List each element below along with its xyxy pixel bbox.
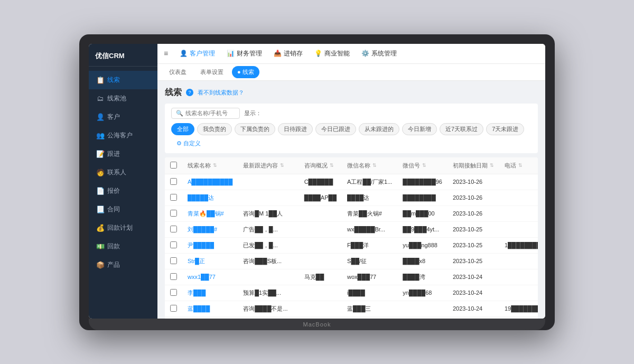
table-row: 李███ 预算█1实██... i████ yn████68 2023-10-2… xyxy=(165,285,538,301)
table-row: Str█正 咨询███S板... S██/征 ████x8 2023-10-25 xyxy=(165,253,538,269)
topnav-item-系统管理[interactable]: ⚙️系统管理 xyxy=(359,49,399,58)
sidebar-item-合同[interactable]: 📃合同 xyxy=(89,200,157,219)
sidebar-icon: 💵 xyxy=(96,242,104,250)
topnav-item-进销存[interactable]: 📥进销存 xyxy=(272,49,305,58)
filter-btn-我负责的[interactable]: 我负责的 xyxy=(197,123,232,135)
topnav-item-客户管理[interactable]: 👤客户管理 xyxy=(178,49,217,58)
cell-follow xyxy=(238,190,299,206)
row-checkbox[interactable] xyxy=(170,241,177,248)
sort-icon[interactable]: ⇅ xyxy=(213,163,217,168)
sidebar-icon: 📃 xyxy=(96,206,104,213)
sidebar-item-产品[interactable]: 📦产品 xyxy=(89,256,157,274)
row-checkbox[interactable] xyxy=(170,257,177,264)
table-row: 蓝████ 咨询████不是... 蓝███三 2023-10-24 19███… xyxy=(165,301,538,316)
cell-consult xyxy=(299,221,342,237)
cell-name[interactable]: 李███ xyxy=(182,285,238,301)
row-checkbox-cell[interactable] xyxy=(165,237,182,253)
topnav-item-商业智能[interactable]: 💡商业智能 xyxy=(312,49,352,58)
filter-btn-今日已跟进[interactable]: 今日已跟进 xyxy=(315,123,356,135)
menu-icon[interactable]: ≡ xyxy=(164,49,168,58)
sort-icon[interactable]: ⇅ xyxy=(280,163,284,168)
topnav-item-财务管理[interactable]: 📊财务管理 xyxy=(225,49,264,58)
cell-name[interactable]: A██████████ xyxy=(182,174,238,190)
row-checkbox-cell[interactable] xyxy=(165,206,182,221)
filter-btn-近7天联系过[interactable]: 近7天联系过 xyxy=(440,123,483,135)
cell-phone: 19█████████ xyxy=(499,301,538,316)
breadcrumb-tab-仪表盘[interactable]: 仪表盘 xyxy=(164,66,192,78)
row-checkbox-cell[interactable] xyxy=(165,269,182,285)
cell-follow: 咨询███S板... xyxy=(238,253,299,269)
breadcrumb-tab-线索[interactable]: ● 线索 xyxy=(232,66,259,78)
row-checkbox[interactable] xyxy=(170,226,177,232)
row-checkbox[interactable] xyxy=(170,194,177,201)
row-checkbox-cell[interactable] xyxy=(165,174,182,190)
filter-btn-下属负责的[interactable]: 下属负责的 xyxy=(235,123,275,135)
row-checkbox[interactable] xyxy=(170,273,177,280)
filter-btn-今日新增[interactable]: 今日新增 xyxy=(402,123,437,135)
sidebar-item-报价[interactable]: 📄报价 xyxy=(89,182,157,200)
cell-consult: 马克██ xyxy=(299,269,342,285)
cell-follow: 咨询████，需求... xyxy=(238,316,299,319)
row-checkbox-cell[interactable] xyxy=(165,253,182,269)
search-input[interactable] xyxy=(185,110,238,116)
cell-date: 2023-10-24 xyxy=(447,285,499,301)
sidebar-item-客户[interactable]: 👤客户 xyxy=(89,108,157,126)
sidebar-icon: 🗂 xyxy=(96,95,104,102)
filter-btn-7天未跟进[interactable]: 7天未跟进 xyxy=(486,123,524,135)
sidebar-item-线索[interactable]: 📋线索 xyxy=(89,71,157,89)
sidebar-icon: 📄 xyxy=(96,187,104,195)
search-box[interactable]: 🔍 xyxy=(171,108,240,119)
cell-wxname: 蓝███三 xyxy=(342,301,397,316)
sort-icon[interactable]: ⇅ xyxy=(490,163,494,168)
row-checkbox[interactable] xyxy=(170,210,177,217)
cell-follow: 已发██，█... xyxy=(238,237,299,253)
sidebar-item-联系人[interactable]: 🧑联系人 xyxy=(89,163,157,182)
col-header-微信名称: 微信名称⇅ xyxy=(342,157,397,174)
cell-wxname: S██/征 xyxy=(342,253,397,269)
sidebar-item-线索池[interactable]: 🗂线索池 xyxy=(89,89,157,108)
row-checkbox-cell[interactable] xyxy=(165,285,182,301)
sidebar-item-公海客户[interactable]: 👥公海客户 xyxy=(89,126,157,145)
sidebar-item-跟进[interactable]: 📝跟进 xyxy=(89,145,157,163)
filter-btn-全部[interactable]: 全部 xyxy=(171,123,194,135)
cell-name[interactable]: 青菜🔥██锅# xyxy=(182,206,238,221)
cell-follow: 广告██，█... xyxy=(238,221,299,237)
row-checkbox[interactable] xyxy=(170,305,177,312)
cell-consult xyxy=(299,206,342,221)
cell-name[interactable]: █████达 xyxy=(182,190,238,206)
cell-phone xyxy=(499,206,538,221)
select-all-header[interactable] xyxy=(165,157,182,174)
row-checkbox-cell[interactable] xyxy=(165,221,182,237)
cell-name[interactable]: Str█正 xyxy=(182,253,238,269)
cell-name[interactable]: 尹█████ xyxy=(182,237,238,253)
cell-date: 2023-10-24 xyxy=(447,316,499,319)
row-checkbox-cell[interactable] xyxy=(165,190,182,206)
filter-btn-日待跟进[interactable]: 日待跟进 xyxy=(278,123,313,135)
row-checkbox[interactable] xyxy=(170,289,177,296)
cell-follow: 预算█1实██... xyxy=(238,285,299,301)
page-hint[interactable]: 看不到线索数据？ xyxy=(198,89,244,97)
row-checkbox-cell[interactable] xyxy=(165,316,182,319)
sidebar-item-回款计划[interactable]: 💰回款计划 xyxy=(89,219,157,237)
col-header-咨询概况: 咨询概况⇅ xyxy=(299,157,342,174)
topnav-label: 客户管理 xyxy=(190,49,215,58)
sidebar-label: 合同 xyxy=(107,205,120,214)
cell-name[interactable]: wxx1██77 xyxy=(182,269,238,285)
sort-icon[interactable]: ⇅ xyxy=(330,163,334,168)
sidebar-item-回款[interactable]: 💵回款 xyxy=(89,237,157,256)
cell-name[interactable]: 刘█████# xyxy=(182,221,238,237)
row-checkbox-cell[interactable] xyxy=(165,301,182,316)
cell-wxname: i████ xyxy=(342,285,397,301)
cell-consult: C██████ xyxy=(299,174,342,190)
sort-icon[interactable]: ⇅ xyxy=(372,163,377,168)
cell-name[interactable]: 蓝████ xyxy=(182,301,238,316)
sort-icon[interactable]: ⇅ xyxy=(518,163,523,168)
filter-btn-自定义[interactable]: ⚙ 自定义 xyxy=(171,138,206,149)
select-all-checkbox[interactable] xyxy=(170,162,177,169)
row-checkbox[interactable] xyxy=(170,178,177,185)
cell-consult xyxy=(299,253,342,269)
filter-btn-从未跟进的[interactable]: 从未跟进的 xyxy=(359,123,399,135)
sort-icon[interactable]: ⇅ xyxy=(422,163,426,168)
breadcrumb-tab-表单设置[interactable]: 表单设置 xyxy=(195,66,229,78)
cell-name[interactable]: ████ xyxy=(182,316,238,319)
